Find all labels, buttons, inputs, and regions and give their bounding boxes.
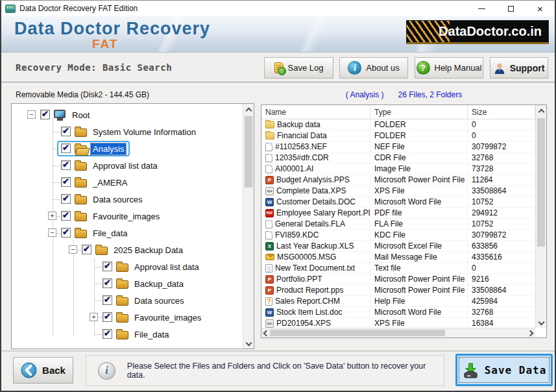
scroll-left-icon[interactable] (263, 330, 270, 337)
tree-item[interactable]: Backup_data (12, 275, 243, 292)
file-row[interactable]: 12035#dfr.CDRCDR File32768 (261, 153, 535, 164)
tree-item-label[interactable]: System Volume Information (91, 127, 198, 138)
tree-item-label[interactable]: Root (70, 110, 91, 121)
tree-item[interactable]: File_data (12, 326, 243, 343)
back-button[interactable]: Back (13, 357, 73, 384)
file-row[interactable]: New Text Document.txtText file0 (261, 263, 535, 274)
file-row[interactable]: Last Year Backup.XLSMicrosoft Excel File… (261, 241, 535, 252)
file-row[interactable]: Budget Analysis.PPSMicrosoft Power Point… (261, 175, 535, 186)
save-log-button[interactable]: Save Log (264, 57, 333, 79)
file-row[interactable]: Complete Data.XPSXPS File33508864 (261, 186, 535, 197)
tree-checkbox[interactable] (61, 194, 71, 204)
column-header-name[interactable]: Name (261, 105, 370, 119)
tree-item-label[interactable]: File_data (132, 329, 171, 340)
file-size: 0 (468, 130, 535, 141)
save-data-icon (462, 361, 479, 379)
list-horizontal-scrollbar[interactable] (261, 328, 535, 337)
file-row[interactable]: Employee Salary Report.PDFPDF file294912 (261, 208, 535, 219)
tree-expander-minus-icon[interactable]: − (69, 245, 77, 254)
tree-item[interactable]: −2025 Backup Data (12, 241, 243, 258)
tree-item[interactable]: Data sources (12, 292, 243, 309)
help-manual-button[interactable]: Help Manual (415, 57, 483, 79)
file-row[interactable]: General Details.FLAFLA File10752 (261, 219, 535, 230)
tree-item-label[interactable]: Backup_data (132, 278, 186, 289)
tree-expander-plus-icon[interactable]: + (90, 313, 98, 321)
tree-item-label[interactable]: Data sources (132, 295, 186, 306)
tree-checkbox[interactable] (82, 245, 91, 254)
folder-tree: −RootSystem Volume InformationAnalysisAp… (12, 104, 243, 349)
tree-item-label[interactable]: Approval list data (91, 160, 160, 171)
tree-scroll-thumb[interactable] (245, 116, 252, 188)
minimize-button[interactable] (467, 1, 496, 16)
file-row[interactable]: PD201954.XPSXPS File16384 (261, 318, 535, 328)
tree-expander-plus-icon[interactable]: + (48, 212, 56, 220)
tree-checkbox[interactable] (103, 278, 112, 288)
tree-item[interactable]: Approval list data (12, 157, 243, 174)
tree-item[interactable]: _AMERA (12, 174, 243, 191)
file-row[interactable]: Backup dataFOLDER0 (261, 119, 535, 130)
scroll-down-icon[interactable] (246, 340, 252, 347)
tree-item-label[interactable]: Favourite_images (91, 211, 162, 222)
maximize-button[interactable] (496, 1, 526, 16)
tree-checkbox[interactable] (103, 312, 112, 322)
tree-item[interactable]: System Volume Information (12, 123, 243, 140)
close-button[interactable]: × (526, 1, 555, 16)
file-row[interactable]: Sales Report.CHMHelp File425984 (261, 296, 535, 307)
tree-item-label[interactable]: 2025 Backup Data (112, 245, 185, 256)
tree-item-label[interactable]: File_data (91, 228, 129, 239)
scroll-down-icon[interactable] (538, 319, 545, 326)
tree-checkbox[interactable] (103, 329, 112, 339)
about-us-button[interactable]: About us (339, 57, 408, 79)
file-row[interactable]: Customer Details.DOCMicrosoft Word File1… (261, 197, 535, 208)
column-header-size[interactable]: Size (468, 105, 535, 119)
tree-expander-minus-icon[interactable]: − (48, 228, 56, 237)
tree-item[interactable]: Data sources (12, 191, 243, 208)
file-name: Product Report.pps (276, 286, 343, 295)
file-row[interactable]: Portfolio.PPTMicrosoft Power Point File9… (261, 274, 535, 285)
file-row[interactable]: AI00001.AIImage File73728 (261, 164, 535, 175)
file-size: 0 (468, 119, 535, 130)
file-name: AI00001.AI (275, 164, 313, 173)
tree-expander-minus-icon[interactable]: − (27, 110, 36, 119)
save-log-icon (274, 62, 284, 73)
tree-item-label[interactable]: Data sources (91, 194, 145, 205)
scroll-right-icon[interactable] (527, 330, 534, 337)
tree-checkbox[interactable] (61, 228, 71, 238)
tree-item-label[interactable]: Approval list data (132, 262, 201, 273)
list-vertical-scrollbar[interactable] (535, 105, 546, 328)
tree-checkbox[interactable] (40, 110, 50, 119)
tree-item[interactable]: Analysis (12, 140, 243, 157)
file-type: Microsoft Word File (370, 307, 468, 317)
file-row[interactable]: Product Report.ppsMicrosoft Power Point … (261, 285, 535, 296)
tree-checkbox[interactable] (103, 295, 112, 305)
tree-checkbox[interactable] (61, 127, 71, 136)
list-scroll-thumb-horizontal[interactable] (270, 330, 445, 336)
file-row[interactable]: FVI859.KDCKDC File30799872 (261, 230, 535, 241)
tree-vertical-scrollbar[interactable] (243, 104, 254, 349)
file-row[interactable]: Financial DataFOLDER0 (261, 130, 535, 141)
scroll-up-icon[interactable] (246, 108, 252, 114)
file-row[interactable]: Stock Item List.docMicrosoft Word File32… (261, 307, 535, 318)
tree-item-label[interactable]: Favourite_images (132, 312, 203, 323)
file-row[interactable]: MSG00005.MSGMail Message File4335616 (261, 252, 535, 263)
tree-item[interactable]: −Root (12, 106, 243, 123)
file-row[interactable]: #1102563.NEFNEF File30799872 (261, 141, 535, 153)
tree-item[interactable]: −File_data (12, 225, 243, 241)
tree-checkbox[interactable] (103, 262, 112, 271)
support-button[interactable]: Support (490, 57, 548, 79)
column-header-type[interactable]: Type (370, 105, 468, 119)
tree-checkbox[interactable] (61, 177, 71, 187)
tree-checkbox[interactable] (61, 211, 71, 221)
tree-checkbox[interactable] (61, 143, 71, 153)
file-size: 4335616 (468, 252, 535, 262)
save-data-button[interactable]: Save Data (455, 354, 553, 386)
folder-open-icon (75, 145, 87, 154)
tree-item-label[interactable]: Analysis (91, 143, 126, 154)
tree-item-label[interactable]: _AMERA (91, 177, 129, 188)
tree-item[interactable]: +Favourite_images (12, 208, 243, 225)
tree-item[interactable]: +Favourite_images (12, 309, 243, 326)
tree-checkbox[interactable] (61, 160, 71, 170)
list-scroll-thumb[interactable] (537, 118, 545, 247)
tree-item[interactable]: Approval list data (12, 258, 243, 275)
scroll-up-icon[interactable] (538, 109, 545, 116)
